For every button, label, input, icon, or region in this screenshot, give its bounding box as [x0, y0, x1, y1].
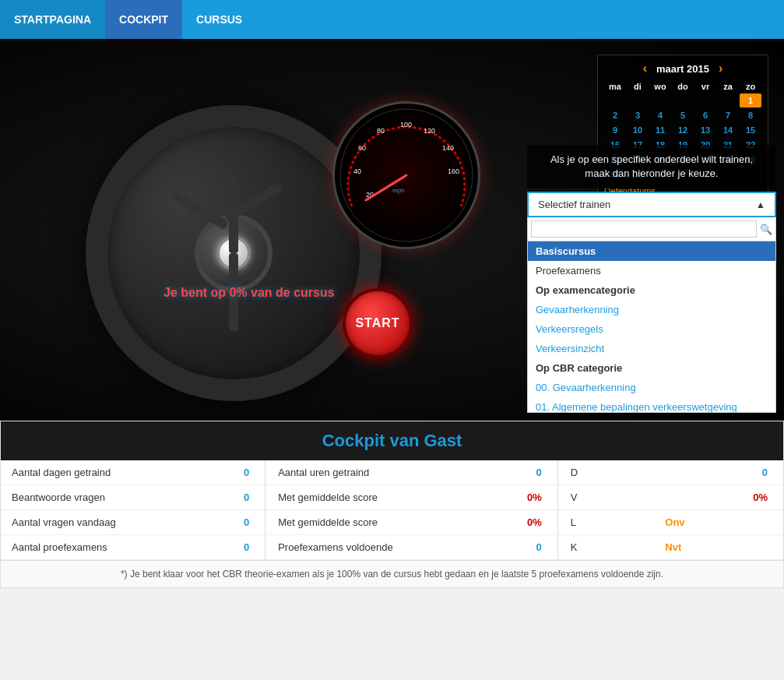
stat-label: Met gemiddelde score — [265, 510, 429, 535]
calendar-prev[interactable]: ‹ — [643, 62, 647, 76]
cal-day[interactable]: 5 — [672, 108, 694, 122]
cal-day — [672, 93, 694, 107]
table-row: Aantal proefexamens0Proefexamens voldoen… — [1, 535, 783, 560]
svg-text:160: 160 — [448, 167, 459, 175]
cal-day[interactable]: 1 — [740, 93, 761, 107]
main-container: Cockpit van Gast Aantal dagen getraind0A… — [0, 421, 784, 588]
cal-day-header: zo — [740, 80, 761, 93]
cal-day — [649, 93, 671, 107]
cal-day[interactable]: 15 — [740, 123, 761, 137]
cal-day[interactable]: 6 — [694, 108, 716, 122]
svg-text:60: 60 — [358, 144, 366, 152]
cal-day-header: za — [717, 80, 739, 93]
cal-day-header: di — [627, 80, 649, 93]
cal-day[interactable]: 9 — [604, 123, 626, 137]
cal-day[interactable]: 4 — [649, 108, 671, 122]
hero-section: 20 40 60 80 100 120 140 160 mph Je bent … — [0, 39, 784, 421]
dropdown-item[interactable]: Basiscursus — [528, 241, 775, 261]
stat-label: Aantal dagen getraind — [1, 460, 164, 485]
calendar-next[interactable]: › — [719, 62, 722, 76]
stat-label: Beantwoorde vragen — [1, 485, 164, 510]
cal-day[interactable]: 12 — [672, 123, 694, 137]
selectief-tooltip: Als je op een specifiek onderdeel wilt t… — [527, 145, 776, 188]
cal-day — [694, 93, 716, 107]
stat-value: 0% — [654, 485, 783, 510]
cal-day[interactable]: 11 — [649, 123, 671, 137]
speedo-svg: 20 40 60 80 100 120 140 160 mph — [336, 105, 476, 245]
cal-day[interactable]: 10 — [627, 123, 649, 137]
stat-value: 0 — [654, 460, 783, 485]
table-row: Aantal dagen getraind0Aantal uren getrai… — [1, 460, 783, 485]
stat-label: D — [557, 460, 654, 485]
dropdown-item[interactable]: Op CBR categorie — [528, 358, 775, 378]
stat-label: Aantal uren getraind — [265, 460, 429, 485]
cal-day-header: ma — [604, 80, 626, 93]
speedo-background: 20 40 60 80 100 120 140 160 mph — [332, 101, 480, 249]
calendar-header: ‹ maart 2015 › — [604, 62, 761, 76]
cal-day[interactable]: 2 — [604, 108, 626, 122]
svg-text:120: 120 — [424, 127, 435, 135]
selectief-dropdown-button[interactable]: Selectief trainen ▲ — [527, 192, 776, 217]
progress-text: Je bent op 0% van de cursus — [163, 286, 335, 300]
cal-day — [627, 93, 649, 107]
speedometer: 20 40 60 80 100 120 140 160 mph — [332, 101, 488, 257]
stats-table: Aantal dagen getraind0Aantal uren getrai… — [1, 460, 783, 560]
cal-day[interactable]: 7 — [717, 108, 739, 122]
nav-cockpit[interactable]: COCKPIT — [105, 0, 182, 39]
dropdown-item[interactable]: Verkeersregels — [528, 319, 775, 339]
svg-text:mph: mph — [392, 187, 405, 194]
stat-value: 0 — [429, 535, 558, 560]
wheel-spoke-4 — [171, 191, 229, 230]
stat-value: 0 — [164, 485, 265, 510]
search-icon: 🔍 — [760, 224, 772, 235]
cal-day-header: wo — [649, 80, 671, 93]
svg-text:80: 80 — [377, 127, 385, 135]
cal-day[interactable]: 14 — [717, 123, 739, 137]
stat-value: 0 — [164, 510, 265, 535]
svg-text:100: 100 — [400, 121, 412, 129]
stat-value: 0% — [429, 510, 558, 535]
stat-label: L — [557, 510, 654, 535]
footnote: *) Je bent klaar voor het CBR theorie-ex… — [1, 560, 783, 587]
calendar-title: maart 2015 — [656, 63, 709, 75]
svg-text:140: 140 — [442, 144, 454, 152]
dropdown-search-row: 🔍 — [527, 217, 776, 241]
stat-value: Nvt — [654, 535, 783, 560]
stat-label: Aantal vragen vandaag — [1, 510, 164, 535]
dropdown-search-input[interactable] — [531, 220, 757, 238]
stat-label: Aantal proefexamens — [1, 535, 164, 560]
stat-value: 0 — [164, 535, 265, 560]
svg-text:40: 40 — [353, 167, 361, 175]
cal-day[interactable]: 13 — [694, 123, 716, 137]
table-row: Aantal vragen vandaag0Met gemiddelde sco… — [1, 510, 783, 535]
stat-value: 0% — [429, 485, 558, 510]
stat-label: V — [557, 485, 654, 510]
cal-day — [604, 93, 626, 107]
stat-label: Met gemiddelde score — [265, 485, 429, 510]
cockpit-title: Cockpit van Gast — [1, 421, 783, 460]
stat-value: 0 — [164, 460, 265, 485]
stat-value: 0 — [429, 460, 558, 485]
nav-bar: STARTPAGINA COCKPIT CURSUS — [0, 0, 784, 39]
dropdown-item[interactable]: Verkeersinzicht — [528, 339, 775, 358]
dropdown-list: BasiscursusProefexamensOp examencategori… — [527, 241, 776, 413]
stat-label: Proefexamens voldoende — [265, 535, 429, 560]
cal-day-header: vr — [694, 80, 716, 93]
dropdown-item[interactable]: Proefexamens — [528, 261, 775, 280]
start-button[interactable]: START — [343, 288, 413, 358]
cal-day[interactable]: 8 — [740, 108, 761, 122]
dropdown-item[interactable]: 00. Gevaarherkenning — [528, 378, 775, 397]
dropdown-arrow-icon: ▲ — [756, 199, 765, 210]
cal-day[interactable]: 3 — [627, 108, 649, 122]
cal-day-header: do — [672, 80, 694, 93]
stat-value: Onv — [654, 510, 783, 535]
dropdown-item[interactable]: Op examencategorie — [528, 280, 775, 300]
nav-startpagina[interactable]: STARTPAGINA — [0, 0, 105, 39]
stat-label: K — [557, 535, 654, 560]
selectief-panel: Als je op een specifiek onderdeel wilt t… — [527, 145, 776, 413]
dropdown-item[interactable]: Gevaarherkenning — [528, 300, 775, 319]
table-row: Beantwoorde vragen0Met gemiddelde score0… — [1, 485, 783, 510]
cal-day — [717, 93, 739, 107]
dropdown-item[interactable]: 01. Algemene bepalingen verkeerswetgevin… — [528, 397, 775, 413]
nav-cursus[interactable]: CURSUS — [182, 0, 256, 39]
